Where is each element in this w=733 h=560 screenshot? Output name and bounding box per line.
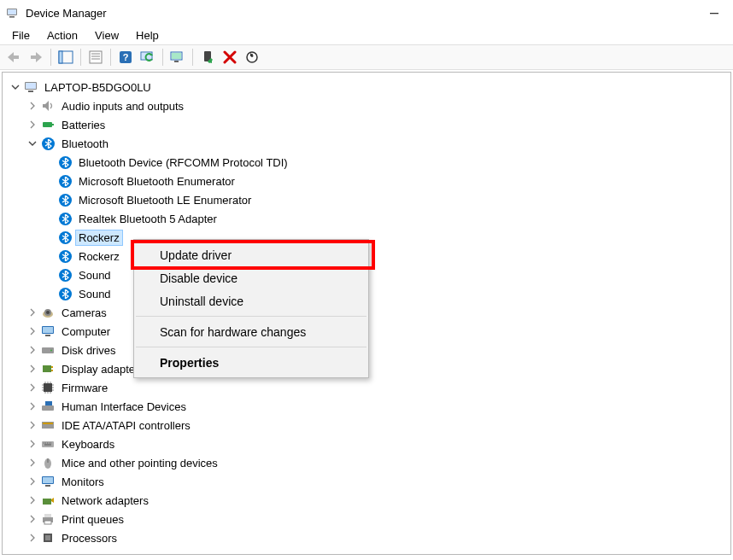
tree-item-disks[interactable]: Disk drives — [25, 341, 730, 359]
tree-root[interactable]: LAPTOP-B5DGO0LU — [8, 78, 730, 96]
tree-root-label: LAPTOP-B5DGO0LU — [42, 80, 154, 95]
ide-icon — [40, 417, 56, 433]
tree-label: Computer — [59, 324, 113, 339]
context-disable-device[interactable]: Disable device — [134, 266, 368, 289]
update-driver-button[interactable] — [167, 47, 188, 67]
svg-rect-50 — [44, 514, 51, 517]
chevron-right-icon[interactable] — [26, 344, 38, 356]
svg-rect-30 — [43, 327, 53, 333]
svg-rect-38 — [42, 405, 54, 411]
tree-item-audio[interactable]: Audio inputs and outputs — [25, 96, 730, 115]
forward-button[interactable] — [26, 47, 46, 67]
chevron-right-icon[interactable] — [26, 363, 38, 375]
menu-help[interactable]: Help — [127, 27, 167, 44]
tree-item-keyboards[interactable]: Keyboards — [25, 435, 730, 453]
toolbar-separator — [162, 49, 163, 66]
tree-item-bt-realtek[interactable]: Realtek Bluetooth 5 Adapter — [42, 209, 730, 228]
toolbar-separator — [192, 49, 193, 66]
chevron-right-icon[interactable] — [26, 457, 38, 469]
chevron-right-icon[interactable] — [26, 475, 38, 487]
toolbar-separator — [80, 49, 81, 66]
tree-label: Microsoft Bluetooth LE Enumerator — [76, 193, 254, 207]
chevron-right-icon[interactable] — [26, 494, 38, 506]
chevron-right-icon[interactable] — [26, 119, 38, 131]
bluetooth-icon — [40, 136, 56, 151]
chevron-right-icon[interactable] — [26, 306, 38, 318]
back-button[interactable] — [3, 47, 24, 67]
svg-rect-46 — [43, 477, 53, 483]
tree-label: Firmware — [59, 381, 110, 395]
svg-rect-51 — [44, 521, 51, 524]
chevron-right-icon[interactable] — [26, 438, 38, 450]
disable-device-button[interactable] — [242, 47, 262, 67]
chevron-down-icon[interactable] — [26, 137, 38, 149]
tree-label: Keyboards — [59, 437, 117, 452]
tree-label: Human Interface Devices — [59, 400, 189, 414]
tree-item-display[interactable]: Display adapters — [25, 359, 730, 378]
tree-label: Sound — [76, 268, 114, 283]
svg-rect-48 — [43, 499, 51, 505]
tree-item-printq[interactable]: Print queues — [25, 510, 730, 528]
tree-item-firmware[interactable]: Firmware — [25, 378, 730, 397]
tree-label: Monitors — [59, 475, 107, 489]
minimize-button[interactable] — [699, 1, 730, 25]
menu-view[interactable]: View — [86, 27, 127, 44]
tree-item-ide[interactable]: IDE ATA/ATAPI controllers — [25, 416, 730, 435]
svg-rect-7 — [59, 51, 62, 63]
mouse-icon — [40, 455, 56, 470]
help-button[interactable]: ? — [115, 47, 136, 67]
bluetooth-icon — [57, 173, 73, 189]
chevron-right-icon[interactable] — [26, 513, 38, 525]
chevron-right-icon[interactable] — [26, 419, 38, 431]
tree-item-bt-le-enum[interactable]: Microsoft Bluetooth LE Enumerator — [42, 190, 730, 209]
context-separator — [136, 316, 366, 317]
chevron-right-icon[interactable] — [26, 325, 38, 337]
chevron-right-icon[interactable] — [26, 400, 38, 412]
svg-rect-2 — [9, 16, 15, 18]
scan-hardware-button[interactable] — [138, 47, 158, 67]
chevron-right-icon[interactable] — [26, 100, 38, 112]
uninstall-device-button[interactable] — [220, 47, 240, 67]
chevron-right-icon[interactable] — [26, 532, 38, 544]
tree-label: IDE ATA/ATAPI controllers — [59, 418, 193, 433]
tree-item-computer[interactable]: Computer — [25, 322, 730, 341]
enable-device-button[interactable] — [197, 47, 218, 67]
context-update-driver[interactable]: Update driver — [134, 243, 368, 266]
tree-item-network[interactable]: Network adapters — [25, 491, 730, 510]
chevron-right-icon[interactable] — [26, 382, 38, 394]
svg-rect-4 — [13, 55, 19, 59]
tree-item-monitors[interactable]: Monitors — [25, 472, 730, 491]
show-hide-console-button[interactable] — [56, 47, 76, 67]
camera-icon — [40, 305, 56, 320]
tree-label: Rockerz — [76, 249, 122, 264]
context-properties[interactable]: Properties — [134, 351, 368, 374]
toolbar-separator — [110, 49, 111, 66]
tree-item-bt-enum[interactable]: Microsoft Bluetooth Enumerator — [42, 172, 730, 190]
svg-rect-34 — [43, 365, 51, 372]
tree-item-bt-rfcomm[interactable]: Bluetooth Device (RFCOMM Protocol TDI) — [42, 153, 730, 172]
svg-rect-31 — [45, 335, 50, 336]
tree-item-hid[interactable]: Human Interface Devices — [25, 397, 730, 416]
bluetooth-icon — [57, 155, 73, 170]
tree-item-processors[interactable]: Processors — [25, 528, 730, 547]
context-scan-hardware[interactable]: Scan for hardware changes — [134, 320, 368, 343]
context-uninstall-device[interactable]: Uninstall device — [134, 289, 368, 312]
svg-rect-5 — [31, 55, 37, 59]
tree-item-batteries[interactable]: Batteries — [25, 115, 730, 134]
tree-label: Cameras — [59, 306, 109, 320]
bluetooth-icon — [57, 286, 73, 301]
network-icon — [40, 493, 56, 508]
tree-item-cameras[interactable]: Cameras — [25, 303, 730, 322]
menu-action[interactable]: Action — [38, 27, 86, 44]
tree-item-mice[interactable]: Mice and other pointing devices — [25, 453, 730, 472]
chevron-down-icon[interactable] — [9, 81, 21, 93]
svg-rect-22 — [26, 83, 36, 89]
toolbar-separator — [50, 49, 51, 66]
svg-rect-35 — [51, 366, 53, 368]
tree-item-bluetooth[interactable]: Bluetooth — [25, 134, 730, 153]
svg-rect-36 — [51, 370, 53, 371]
context-menu: Update driver Disable device Uninstall d… — [133, 239, 369, 378]
properties-button[interactable] — [85, 47, 106, 67]
printer-icon — [40, 511, 56, 527]
menu-file[interactable]: File — [3, 27, 38, 44]
